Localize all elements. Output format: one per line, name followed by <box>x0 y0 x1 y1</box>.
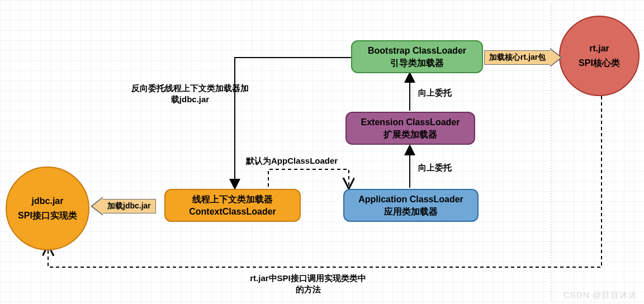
rtjar-circle: rt.jar SPI核心类 <box>559 16 640 96</box>
application-classloader-box: Application ClassLoader 应用类加载器 <box>343 189 479 222</box>
extension-title: Extension ClassLoader <box>361 116 460 129</box>
watermark-text: CSDN @目目沐沐 <box>564 290 637 301</box>
reverse-delegate-label: 反向委托线程上下文类加载器加载jdbc.jar <box>129 83 252 106</box>
jdbcjar-circle: jdbc.jar SPI接口实现类 <box>6 167 89 250</box>
rtjar-title: rt.jar <box>589 41 609 56</box>
load-rtjar-arrow: 加载核心rt.jar包 <box>484 48 562 67</box>
load-rtjar-label: 加载核心rt.jar包 <box>489 53 546 63</box>
context-sub: ContextClassLoader <box>189 206 276 218</box>
application-sub: 应用类加载器 <box>384 206 438 218</box>
extension-classloader-box: Extension ClassLoader 扩展类加载器 <box>345 112 475 145</box>
load-jdbcjar-arrow: 加载jdbc.jar <box>91 197 156 216</box>
spi-call-label: rt.jar中SPI接口调用实现类类中的方法 <box>249 273 367 296</box>
rtjar-sub: SPI核心类 <box>579 56 620 70</box>
extension-sub: 扩展类加载器 <box>383 129 437 141</box>
jdbcjar-title: jdbc.jar <box>32 194 64 208</box>
context-title: 线程上下文类加载器 <box>192 193 273 206</box>
bootstrap-sub: 引导类加载器 <box>390 57 444 69</box>
delegate-up-2-label: 向上委托 <box>418 162 452 173</box>
load-jdbcjar-label: 加载jdbc.jar <box>107 201 151 211</box>
default-appclassloader-label: 默认为AppClassLoader <box>246 155 338 167</box>
application-title: Application ClassLoader <box>358 193 463 206</box>
bootstrap-title: Bootstrap ClassLoader <box>368 45 466 57</box>
delegate-up-1-label: 向上委托 <box>418 87 452 98</box>
bootstrap-classloader-box: Bootstrap ClassLoader 引导类加载器 <box>351 40 483 73</box>
context-classloader-box: 线程上下文类加载器 ContextClassLoader <box>164 189 301 222</box>
jdbcjar-sub: SPI接口实现类 <box>18 208 77 223</box>
